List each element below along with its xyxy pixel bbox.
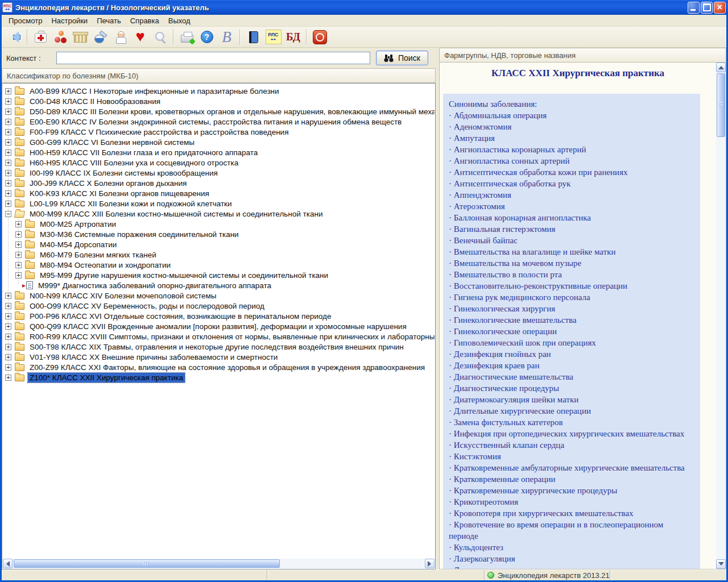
expand-toggle[interactable]: + bbox=[5, 334, 11, 340]
tree-item-label[interactable]: C00-D48 КЛАСС II Новообразования bbox=[28, 97, 162, 106]
expand-toggle[interactable]: + bbox=[5, 88, 11, 94]
molecule-button[interactable] bbox=[52, 28, 69, 46]
tree-item-label[interactable]: H00-H59 КЛАСС VII Болезни глаза и его пр… bbox=[28, 148, 259, 157]
expand-toggle[interactable]: + bbox=[15, 272, 22, 278]
database-button[interactable]: БД bbox=[284, 28, 302, 46]
search-button-label: Поиск bbox=[398, 53, 420, 63]
search-tool-button[interactable] bbox=[151, 28, 169, 46]
tree-item: +M95-M99 Другие нарушения костно-мышечно… bbox=[3, 270, 435, 280]
minimize-button[interactable] bbox=[688, 2, 700, 14]
tree-item-label[interactable]: I00-I99 КЛАСС IX Болезни системы кровооб… bbox=[28, 168, 220, 178]
tree-item-label[interactable]: Q00-Q99 КЛАСС XVII Врожденные аномалии [… bbox=[28, 322, 408, 331]
expand-toggle[interactable]: + bbox=[5, 201, 11, 207]
tree-item-label[interactable]: M30-M36 Системные поражения соединительн… bbox=[38, 230, 241, 239]
tree-item-label[interactable]: O00-O99 КЛАСС XV Беременность, роды и по… bbox=[28, 301, 266, 311]
expand-toggle[interactable]: + bbox=[5, 109, 11, 115]
building-button[interactable] bbox=[72, 28, 89, 46]
expand-toggle[interactable]: + bbox=[5, 344, 11, 350]
expand-toggle[interactable]: + bbox=[5, 149, 11, 156]
expand-toggle[interactable]: + bbox=[5, 293, 11, 299]
flask-button[interactable] bbox=[92, 28, 109, 46]
tree-item-label[interactable]: N00-N99 КЛАСС XIV Болезни мочеполовой си… bbox=[28, 291, 218, 301]
tree-item-label[interactable]: D50-D89 КЛАСС III Болезни крови, кроветв… bbox=[28, 107, 435, 117]
expand-toggle[interactable]: + bbox=[5, 98, 11, 105]
horizontal-scroll-thumb[interactable] bbox=[14, 559, 280, 568]
prescription-b-button[interactable]: B bbox=[218, 28, 235, 46]
expand-toggle[interactable]: + bbox=[5, 129, 11, 135]
help-button[interactable] bbox=[198, 28, 216, 46]
tree-item-label[interactable]: M999* Диагностика заболеваний опорно-дви… bbox=[36, 281, 273, 290]
menu-item-settings[interactable]: Настройки bbox=[47, 15, 92, 26]
folder-icon bbox=[15, 119, 24, 126]
expand-toggle[interactable]: + bbox=[5, 119, 11, 125]
first-aid-kit-button[interactable] bbox=[32, 28, 49, 46]
menu-item-print[interactable]: Печать bbox=[92, 15, 126, 26]
expand-toggle[interactable]: + bbox=[5, 313, 11, 319]
synonym-item: · Длительные хирургические операции bbox=[449, 405, 694, 417]
expand-toggle[interactable]: + bbox=[5, 354, 11, 360]
tree-item-label[interactable]: M60-M79 Болезни мягких тканей bbox=[38, 250, 158, 260]
tree-item-label[interactable]: Z100* КЛАСС XXII Хирургическая практика bbox=[28, 373, 185, 383]
tree-item-label[interactable]: S00-T98 КЛАСС XIX Травмы, отравления и н… bbox=[28, 342, 406, 352]
rls-logo-button[interactable]: РЛС bbox=[264, 28, 282, 46]
vertical-scroll-thumb[interactable] bbox=[717, 73, 725, 137]
tree-item-label[interactable]: A00-B99 КЛАСС I Некоторые инфекционные и… bbox=[28, 86, 281, 96]
expand-toggle[interactable]: + bbox=[15, 262, 22, 268]
scroll-up-button[interactable] bbox=[716, 63, 726, 72]
collapse-toggle[interactable]: − bbox=[5, 211, 11, 217]
tree-item-label[interactable]: R00-R99 КЛАСС XVIII Симптомы, признаки и… bbox=[28, 332, 435, 342]
tree-item-label[interactable]: P00-P96 КЛАСС XVI Отдельные состояния, в… bbox=[28, 311, 333, 321]
print-button[interactable] bbox=[178, 28, 196, 46]
menu-item-help[interactable]: Справка bbox=[126, 15, 164, 26]
first-aid-kit-icon bbox=[35, 33, 47, 43]
menu-item-view[interactable]: Просмотр bbox=[4, 15, 47, 26]
menu-item-exit[interactable]: Выход bbox=[164, 15, 195, 26]
status-bar: Энциклопедия лекарств 2013.21 bbox=[2, 569, 726, 580]
vertical-scrollbar[interactable] bbox=[716, 63, 726, 569]
tree-item-label[interactable]: M95-M99 Другие нарушения костно-мышечной… bbox=[38, 271, 330, 280]
expand-toggle[interactable]: + bbox=[5, 139, 11, 146]
power-icon bbox=[313, 30, 327, 44]
tree-item-label[interactable]: M00-M99 КЛАСС XIII Болезни костно-мышечн… bbox=[28, 209, 324, 219]
tree-item-label[interactable]: M40-M54 Дорсопатии bbox=[38, 240, 118, 250]
tree-item-label[interactable]: Z00-Z99 КЛАСС XXI Факторы, влияющие на с… bbox=[28, 363, 427, 372]
title-bar[interactable]: РЛС Энциклопедия лекарств / Нозологическ… bbox=[0, 0, 728, 15]
expand-toggle[interactable]: + bbox=[5, 180, 11, 186]
tree-item-label[interactable]: E00-E90 КЛАСС IV Болезни эндокринной сис… bbox=[28, 117, 403, 127]
horizontal-scrollbar[interactable] bbox=[3, 559, 435, 568]
heart-button[interactable] bbox=[131, 28, 149, 46]
expand-toggle[interactable]: + bbox=[15, 221, 22, 227]
flask-icon bbox=[94, 31, 107, 44]
tree-item-label[interactable]: G00-G99 КЛАСС VI Болезни нервной системы bbox=[28, 138, 196, 147]
folder-icon bbox=[15, 88, 24, 95]
expand-toggle[interactable]: + bbox=[15, 242, 22, 248]
expand-toggle[interactable]: + bbox=[5, 160, 11, 166]
expand-toggle[interactable]: + bbox=[15, 252, 22, 258]
search-button[interactable]: Поиск bbox=[376, 51, 428, 65]
scroll-right-button[interactable] bbox=[425, 559, 435, 568]
power-button[interactable] bbox=[311, 28, 329, 46]
expand-toggle[interactable]: + bbox=[5, 303, 11, 309]
maximize-button[interactable] bbox=[701, 2, 713, 14]
close-button[interactable] bbox=[714, 2, 726, 14]
expand-toggle[interactable]: + bbox=[5, 190, 11, 197]
tree-item-label[interactable]: V01-Y98 КЛАСС XX Внешние причины заболев… bbox=[28, 352, 279, 362]
tree-item-label[interactable]: K00-K93 КЛАСС XI Болезни органов пищевар… bbox=[28, 189, 211, 198]
expand-toggle[interactable]: + bbox=[5, 364, 11, 371]
scroll-left-button[interactable] bbox=[3, 559, 13, 568]
context-input[interactable] bbox=[56, 52, 370, 64]
tree-item-label[interactable]: M80-M94 Остеопатии и хондропатии bbox=[38, 260, 172, 270]
tree-item-label[interactable]: J00-J99 КЛАСС X Болезни органов дыхания bbox=[28, 178, 188, 188]
book-button[interactable] bbox=[245, 28, 262, 46]
expand-toggle[interactable]: + bbox=[5, 375, 11, 381]
tree-item-label[interactable]: M00-M25 Артропатии bbox=[38, 219, 118, 229]
expand-toggle[interactable]: + bbox=[15, 231, 22, 238]
doctor-button[interactable] bbox=[111, 28, 129, 46]
tree-item-label[interactable]: F00-F99 КЛАСС V Психические расстройства… bbox=[28, 127, 290, 137]
expand-toggle[interactable]: + bbox=[5, 323, 11, 330]
scroll-down-button[interactable] bbox=[716, 559, 726, 569]
back-button[interactable] bbox=[5, 28, 23, 46]
tree-item-label[interactable]: L00-L99 КЛАСС XII Болезни кожи и подкожн… bbox=[28, 199, 234, 209]
expand-toggle[interactable]: + bbox=[5, 170, 11, 176]
tree-item-label[interactable]: H60-H95 КЛАСС VIII Болезни уха и сосцеви… bbox=[28, 158, 240, 168]
